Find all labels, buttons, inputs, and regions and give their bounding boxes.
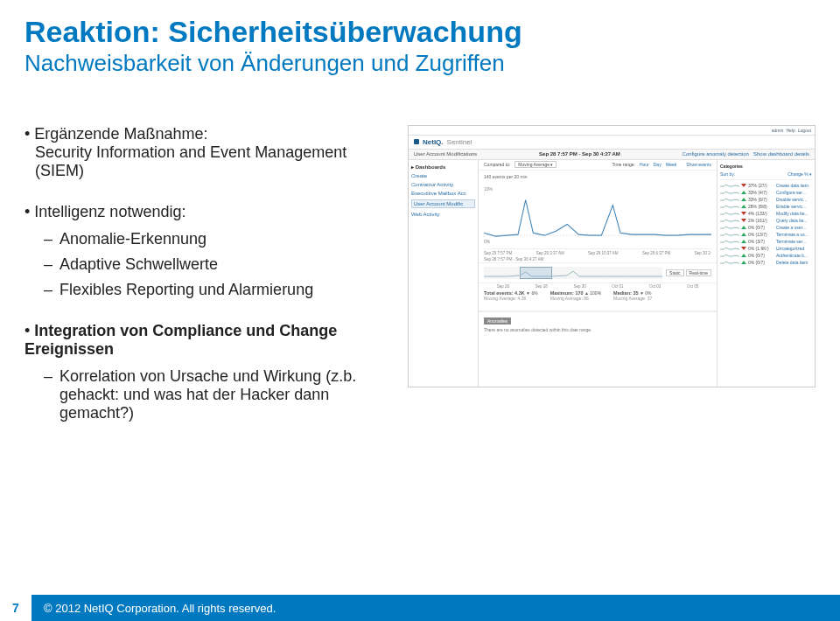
topbar-link[interactable]: Logout <box>798 128 811 133</box>
mini-bar[interactable] <box>484 267 662 279</box>
categories-panel: Categories Sort by: Change % ▾ 37% (27/)… <box>717 160 815 387</box>
topbar-link[interactable]: Help <box>786 128 794 133</box>
slide-title: Reaktion: Sicherheitsüberwachung <box>24 16 816 48</box>
category-link[interactable]: Terminate a us... <box>776 232 808 237</box>
up-icon <box>741 240 746 243</box>
category-link[interactable]: Terminate ser... <box>776 239 806 244</box>
controls-bar: Compared to: Moving Average ▾ Time range… <box>479 160 717 171</box>
category-row: 0% (0/7)Delete data item <box>720 259 812 266</box>
sparkline-icon <box>720 218 739 223</box>
sidebar-item[interactable]: Executitive Mailbox Acc <box>411 191 475 196</box>
category-link[interactable]: Configure ser... <box>776 190 806 195</box>
category-pct: 0% (0/7) <box>748 260 774 265</box>
copyright-text: © 2012 NetIQ Corporation. All rights res… <box>44 602 276 615</box>
category-row: 0% (3/7)Terminate ser... <box>720 238 812 245</box>
up-icon <box>741 198 746 201</box>
compare-select[interactable]: Moving Average ▾ <box>514 161 556 168</box>
bullet-3-head: Integration von Compliance und Change Er… <box>24 322 337 358</box>
bullet-3-list: Korrelation von Ursache und Wirkung (z.b… <box>44 367 392 422</box>
sub-item: Anomalie-Erkennung <box>44 230 392 248</box>
sparkline-icon <box>720 246 739 251</box>
screenshot-panel: admin Help Logout NetIQ. Sentinel User A… <box>408 125 816 387</box>
range-hour-link[interactable]: Hour <box>640 162 649 167</box>
topbar-link[interactable]: admin <box>772 128 784 133</box>
mini-sparkline <box>484 267 662 279</box>
stat-total: Total events: 4.3K ▼ 6% Moving Average: … <box>484 290 538 309</box>
range-day-link[interactable]: Day <box>654 162 662 167</box>
down-icon <box>741 184 746 187</box>
bullet-2-list: Anomalie-Erkennung Adaptive Schwellwerte… <box>44 230 392 299</box>
category-link[interactable]: Authenticate b... <box>776 253 808 258</box>
sparkline-icon <box>720 239 739 244</box>
sub-item: Adaptive Schwellwerte <box>44 255 392 274</box>
sidebar-item[interactable]: Web Activity <box>411 212 475 217</box>
category-link[interactable]: Modify data ite... <box>776 211 808 216</box>
sparkline-icon <box>720 190 739 195</box>
chart-sub-range: Sep 28 7:57 PM - Sep 30 4:27 AM <box>484 257 711 262</box>
category-link[interactable]: Delete data item <box>776 260 808 265</box>
mini-static-button[interactable]: Static <box>666 269 684 276</box>
time-range-label: Time range: <box>612 162 635 167</box>
text-column: • Ergänzende Maßnahme: Security Informat… <box>24 125 392 445</box>
x-tick: Sep 29 3:37 AM <box>536 251 564 255</box>
bullet-1-body: Security Information and Event Managemen… <box>35 143 392 180</box>
category-pct: 0% (13/7) <box>748 232 774 237</box>
category-pct: 4% (133/) <box>748 211 774 216</box>
anomalies-tab[interactable]: Anomalies <box>484 317 511 324</box>
bullet-3: • Integration von Compliance und Change … <box>24 322 392 422</box>
stats-row: Total events: 4.3K ▼ 6% Moving Average: … <box>479 289 717 311</box>
sub-item: Korrelation von Ursache und Wirkung (z.b… <box>44 367 392 422</box>
category-pct: 2% (161/) <box>748 218 774 223</box>
categories-header: Categories <box>720 164 812 169</box>
up-icon <box>741 191 746 194</box>
chart-area <box>484 181 711 249</box>
x-tick: Sep 30 2: <box>695 251 711 255</box>
down-icon <box>741 212 746 215</box>
line-chart-svg <box>484 181 711 248</box>
configure-anomaly-link[interactable]: Configure anomaly detection <box>682 151 749 157</box>
category-pct: 0% (3/7) <box>748 239 774 244</box>
sparkline-icon <box>720 183 739 188</box>
sparkline-icon <box>720 232 739 237</box>
category-pct: 33% (4/7) <box>748 190 774 195</box>
x-tick: Sep 29 10:37 AM <box>588 251 619 255</box>
sort-select[interactable]: Change % ▾ <box>788 171 812 177</box>
category-link[interactable]: Query data ite... <box>776 218 808 223</box>
compared-label: Compared to: <box>484 162 510 167</box>
category-row: 33% (4/7)Configure ser... <box>720 189 812 196</box>
sidebar-item[interactable]: Create <box>411 173 475 178</box>
categories-sortbar: Sort by: Change % ▾ <box>720 171 812 180</box>
x-tick: Sep 29 7:57 PM <box>484 251 512 255</box>
footer-bar: 7 © 2012 NetIQ Corporation. All rights r… <box>0 595 840 621</box>
category-link[interactable]: Create a user... <box>776 225 806 230</box>
stat-median: Median: 35 ▼ 0% Moving Average: 37 <box>613 290 652 309</box>
mini-realtime-button[interactable]: Real-time <box>686 269 711 276</box>
category-pct: 0% (0/7) <box>748 253 774 258</box>
sidebar-item-selected[interactable]: User Account Modific <box>411 199 475 208</box>
category-link[interactable]: Uncategorized <box>776 246 804 251</box>
sidebar-heading: ▸ Dashboards <box>411 164 475 170</box>
category-link[interactable]: Enable servic... <box>776 204 806 209</box>
category-link[interactable]: Create data item <box>776 183 808 188</box>
show-details-link[interactable]: Show dashboard details <box>753 151 809 157</box>
category-link[interactable]: Disable servic... <box>776 197 807 202</box>
sidebar-item[interactable]: Contractor Activity <box>411 182 475 187</box>
dashboard-title: User Account Modifications <box>414 151 477 157</box>
show-events-link[interactable]: Show events <box>686 162 711 167</box>
ss-body: ▸ Dashboards Create Contractor Activity … <box>409 160 815 387</box>
slide: Reaktion: Sicherheitsüberwachung Nachwei… <box>0 0 840 621</box>
mini-timeline: Static Real-time <box>479 262 717 283</box>
main-chart: 140 events per 20 min 10% 0% Sep 29 7:5 <box>479 171 717 262</box>
mini-selection[interactable] <box>520 267 552 279</box>
category-pct: 37% (27/) <box>748 183 774 188</box>
bullet-1: • Ergänzende Maßnahme: Security Informat… <box>24 125 392 180</box>
up-icon <box>741 233 746 236</box>
ss-brandbar: NetIQ. Sentinel <box>409 136 815 150</box>
sort-label: Sort by: <box>720 171 735 177</box>
brand-text: NetIQ. <box>423 138 444 146</box>
sparkline-icon <box>720 204 739 209</box>
range-week-link[interactable]: Week <box>666 162 677 167</box>
down-icon <box>741 219 746 222</box>
up-icon <box>741 226 746 229</box>
category-pct: 28% (8/8) <box>748 204 774 209</box>
